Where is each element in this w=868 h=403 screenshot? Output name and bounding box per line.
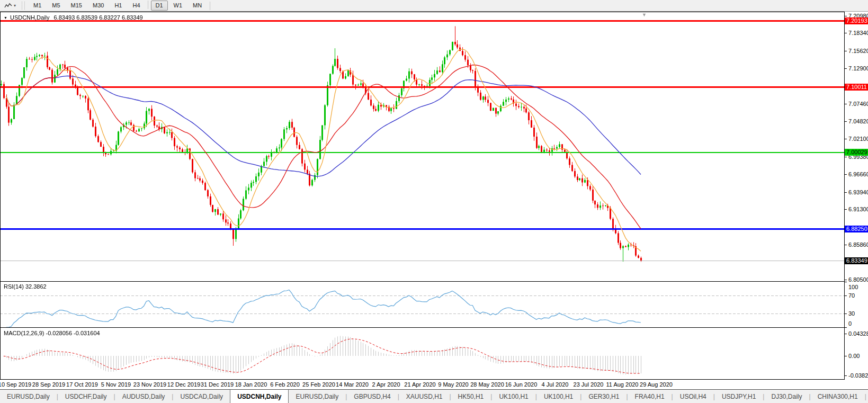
macd-tick-label: 0.043285 bbox=[848, 330, 868, 337]
date-label[interactable]: 21 Apr 2020 bbox=[404, 381, 435, 388]
chevron-down-icon[interactable]: ▾ bbox=[14, 3, 16, 8]
date-label[interactable]: 23 Jul 2020 bbox=[574, 381, 604, 388]
chart-tab-hk50-h1[interactable]: HK50,H1 bbox=[451, 390, 491, 403]
chart-tab-xauusd-h1[interactable]: XAUUSD,H1 bbox=[399, 390, 450, 403]
price-badge: 6.83349 bbox=[845, 257, 868, 264]
price-tick-label: 6.91300 bbox=[848, 206, 868, 212]
chart-title: ▼ USDCNH,Daily 6.83493 6.83539 6.83227 6… bbox=[4, 14, 143, 21]
chart-tab-fra40-h1[interactable]: FRA40,H1 bbox=[628, 390, 672, 403]
rsi-tick-mark bbox=[845, 282, 847, 282]
price-tick-mark bbox=[845, 157, 847, 157]
rsi-tick-label: 100 bbox=[848, 284, 858, 290]
date-label[interactable]: 25 Feb 2020 bbox=[302, 381, 335, 388]
rsi-tick-label: 0 bbox=[848, 320, 852, 327]
macd-tick-mark bbox=[845, 356, 847, 356]
date-label[interactable]: 17 Oct 2019 bbox=[66, 381, 98, 388]
chart-tab-usoil-h4[interactable]: USOil,H4 bbox=[673, 390, 713, 403]
toolbar-separator bbox=[210, 2, 210, 10]
price-tick-label: 7.07460 bbox=[848, 101, 868, 107]
chart-tab-china300-h1[interactable]: CHINA300,H1 bbox=[811, 390, 865, 403]
rsi-tick-mark bbox=[845, 327, 847, 328]
timeframe-button-m1[interactable]: M1 bbox=[29, 1, 46, 11]
chart-tab-usdchf-daily[interactable]: USDCHF,Daily bbox=[58, 390, 114, 403]
date-label[interactable]: 6 Feb 2020 bbox=[270, 381, 300, 388]
chart-symbol-label: USDCNH,Daily bbox=[10, 14, 50, 21]
macd-tick-mark bbox=[845, 375, 847, 376]
top-toolbar: ▾ M1M5M15M30H1H4D1W1MN bbox=[0, 0, 868, 12]
date-label[interactable]: 9 May 2020 bbox=[438, 381, 468, 388]
toolbar-grip-handle[interactable] bbox=[22, 2, 25, 10]
price-tick-label: 6.85860 bbox=[848, 241, 868, 248]
chart-tab-uk100-h1[interactable]: UK100,H1 bbox=[537, 390, 580, 403]
timeframe-button-m15[interactable]: M15 bbox=[66, 1, 87, 11]
chart-tab-eurusd-daily[interactable]: EURUSD,Daily bbox=[0, 390, 57, 403]
chart-tab-ger30-h1[interactable]: GER30,H1 bbox=[581, 390, 626, 403]
timeframe-button-h1[interactable]: H1 bbox=[110, 1, 127, 11]
macd-tick-label: 0.00 bbox=[848, 353, 860, 359]
price-badge: 7.00029 bbox=[845, 149, 868, 156]
chart-tab-gbpusd-h4[interactable]: GBPUSD,H4 bbox=[347, 390, 397, 403]
timeframe-button-m5[interactable]: M5 bbox=[47, 1, 65, 11]
timeframe-button-m30[interactable]: M30 bbox=[88, 1, 109, 11]
rsi-tick-label: 30 bbox=[848, 310, 855, 317]
date-label[interactable]: 10 Sep 2019 bbox=[0, 381, 31, 388]
polyline-tool-icon bbox=[4, 3, 12, 9]
chart-canvas[interactable] bbox=[0, 12, 844, 380]
price-tick-mark bbox=[845, 68, 847, 69]
rsi-tick-mark bbox=[845, 295, 847, 296]
rsi-tick-mark bbox=[845, 314, 847, 314]
price-tick-mark bbox=[845, 280, 847, 280]
date-label[interactable]: 11 Aug 2020 bbox=[606, 381, 639, 388]
chart-tab-bar: EURUSD,Daily|USDCHF,Daily|AUDUSD,Daily|U… bbox=[0, 390, 868, 403]
price-tick-mark bbox=[845, 33, 847, 33]
price-badge: 7.10011 bbox=[845, 84, 868, 91]
rsi-indicator-label: RSI(14) 32.3862 bbox=[4, 283, 47, 290]
price-tick-label: 7.04820 bbox=[848, 118, 868, 124]
date-label[interactable]: 2 Apr 2020 bbox=[372, 381, 400, 388]
chart-tab-eurusd-daily[interactable]: EURUSD,Daily bbox=[289, 390, 345, 403]
price-tick-mark bbox=[845, 192, 847, 193]
date-label[interactable]: 23 Nov 2019 bbox=[133, 381, 166, 388]
price-tick-label: 6.80500 bbox=[848, 276, 868, 283]
chart-tab-uk100-h1[interactable]: UK100,H1 bbox=[492, 390, 535, 403]
timeframe-button-h4[interactable]: H4 bbox=[128, 1, 145, 11]
price-tick-mark bbox=[845, 245, 847, 245]
chart-tab-usdjpy-h1[interactable]: USDJPY,H1 bbox=[715, 390, 763, 403]
price-badge: 6.88250 bbox=[845, 226, 868, 232]
rsi-tick-label: 70 bbox=[848, 292, 855, 299]
macd-tick-mark bbox=[845, 334, 847, 334]
timeframe-button-d1[interactable]: D1 bbox=[151, 1, 168, 11]
price-tick-mark bbox=[845, 51, 847, 51]
price-tick-mark bbox=[845, 209, 847, 210]
price-tick-mark bbox=[845, 16, 847, 16]
date-label[interactable]: 29 Aug 2020 bbox=[640, 381, 673, 388]
date-label[interactable]: 5 Nov 2019 bbox=[101, 381, 131, 388]
price-tick-label: 7.18340 bbox=[848, 30, 868, 36]
date-label[interactable]: 14 Mar 2020 bbox=[336, 381, 369, 388]
date-label[interactable]: 16 Jun 2020 bbox=[505, 381, 538, 388]
chart-tab-audusd-daily[interactable]: AUDUSD,Daily bbox=[115, 390, 172, 403]
date-axis: 10 Sep 201928 Sep 201917 Oct 20195 Nov 2… bbox=[0, 380, 868, 390]
date-label[interactable]: 28 May 2020 bbox=[470, 381, 504, 388]
chart-ohlc-values: 6.83493 6.83539 6.83227 6.83349 bbox=[54, 14, 143, 21]
date-label[interactable]: 4 Jul 2020 bbox=[542, 381, 569, 388]
date-label[interactable]: 18 Jan 2020 bbox=[235, 381, 267, 388]
macd-indicator-label: MACD(12,26,9) -0.028056 -0.031604 bbox=[4, 330, 100, 336]
price-tick-mark bbox=[845, 121, 847, 122]
price-tick-label: 7.15620 bbox=[848, 48, 868, 54]
collapse-triangle-icon[interactable]: ▼ bbox=[4, 16, 7, 20]
date-label[interactable]: 31 Dec 2019 bbox=[201, 381, 234, 388]
chart-tab-usdcad-daily[interactable]: USDCAD,Daily bbox=[173, 390, 230, 403]
price-tick-label: 6.93940 bbox=[848, 189, 868, 195]
timeframe-button-mn[interactable]: MN bbox=[188, 1, 207, 11]
price-tick-label: 7.02100 bbox=[848, 136, 868, 142]
price-tick-label: 7.12900 bbox=[848, 65, 868, 71]
chart-shift-marker-icon[interactable]: ▼ bbox=[642, 12, 647, 17]
chart-tab-dj30-daily[interactable]: DJ30,Daily bbox=[764, 390, 809, 403]
date-label[interactable]: 12 Dec 2019 bbox=[167, 381, 200, 388]
timeframe-button-w1[interactable]: W1 bbox=[169, 1, 187, 11]
price-badge: 7.20193 bbox=[845, 17, 868, 24]
line-studies-tool-button[interactable]: ▾ bbox=[2, 1, 19, 11]
chart-tab-usdcnh-daily[interactable]: USDCNH,Daily bbox=[230, 390, 289, 403]
date-label[interactable]: 28 Sep 2019 bbox=[32, 381, 65, 388]
